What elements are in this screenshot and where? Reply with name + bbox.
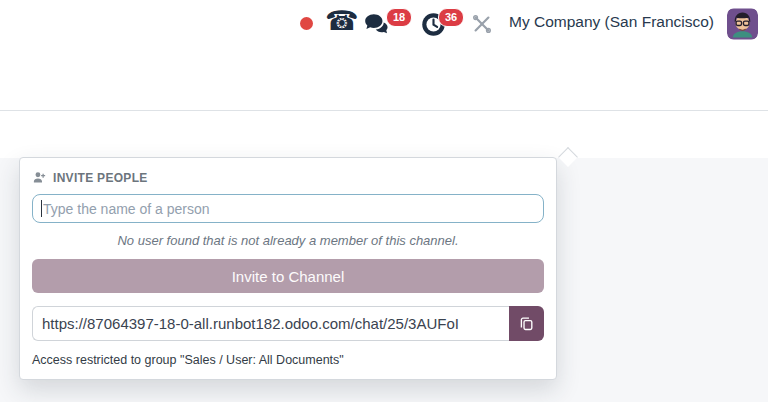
text-caret	[41, 200, 42, 217]
discuss-window: ☎ 18 36 My Company (San Francisco)	[0, 0, 768, 402]
invite-search-wrap	[32, 194, 544, 223]
invite-person-plus-icon	[32, 170, 47, 185]
invite-link-input[interactable]	[32, 306, 509, 341]
no-user-message: No user found that is not already a memb…	[32, 233, 544, 248]
systray-bar: ☎ 18 36 My Company (San Francisco)	[0, 0, 768, 46]
messages-badge: 18	[386, 8, 412, 27]
invite-search-input[interactable]	[32, 194, 544, 223]
copy-link-icon	[518, 315, 535, 332]
company-switcher[interactable]: My Company (San Francisco)	[509, 13, 714, 31]
popover-header: INVITE PEOPLE	[32, 170, 544, 185]
user-avatar[interactable]	[727, 8, 758, 40]
softphone-icon[interactable]: ☎	[325, 5, 359, 37]
channel-toolbar	[0, 111, 768, 158]
invite-people-popover: INVITE PEOPLE No user found that is not …	[19, 157, 557, 380]
developer-tools-icon[interactable]	[471, 13, 493, 39]
record-dot[interactable]	[300, 17, 313, 30]
invite-to-channel-button[interactable]: Invite to Channel	[32, 259, 544, 293]
popover-title: INVITE PEOPLE	[53, 171, 148, 185]
invite-link-row	[32, 306, 544, 341]
access-restriction-note: Access restricted to group "Sales / User…	[32, 353, 544, 367]
activities-badge: 36	[438, 8, 464, 27]
copy-link-button[interactable]	[509, 306, 544, 341]
